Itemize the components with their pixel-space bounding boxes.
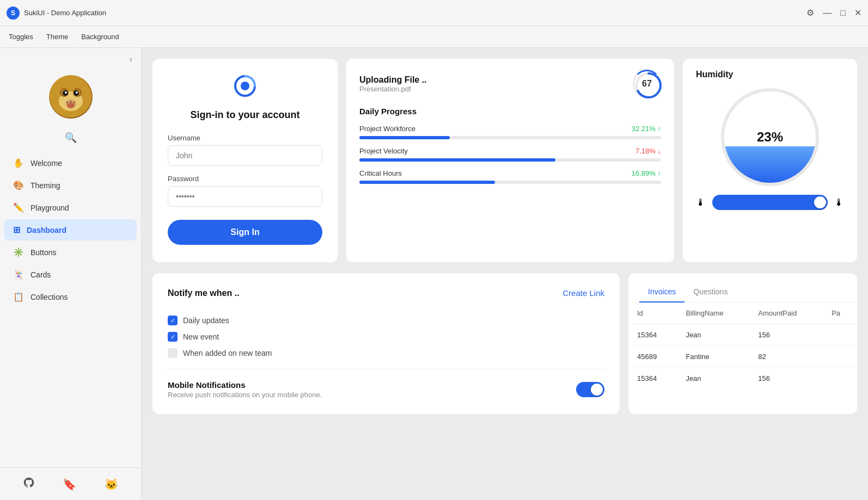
- checkbox-daily-updates-label: Daily updates: [183, 316, 229, 325]
- username-input[interactable]: [168, 145, 322, 166]
- sidebar-collapse-button[interactable]: ‹: [130, 54, 132, 64]
- toggle-thumb: [591, 384, 603, 396]
- progress-item-critical: Critical Hours 16.89% ↑: [359, 169, 661, 184]
- app-title: SukiUI - Demo Application: [24, 9, 106, 17]
- sidebar-item-theming[interactable]: 🎨 Theming: [4, 175, 137, 196]
- tab-invoices[interactable]: Invoices: [639, 282, 684, 303]
- signin-card: Sign-in to your account Username Passwor…: [152, 59, 338, 262]
- cell-pa: [823, 324, 857, 346]
- menu-toggles[interactable]: Toggles: [9, 33, 33, 41]
- mobile-section: Mobile Notifications Receive push notifi…: [168, 369, 604, 399]
- playground-icon: ✏️: [13, 202, 24, 213]
- cell-name: Fantine: [677, 346, 749, 368]
- search-section: 🔍: [0, 127, 141, 152]
- invoices-table-wrapper: Id BillingName AmountPaid Pa 15364 Jean …: [628, 303, 857, 389]
- main-content: Sign-in to your account Username Passwor…: [142, 48, 868, 500]
- sidebar-footer: 🔖 🐱: [0, 467, 141, 500]
- mobile-row: Mobile Notifications Receive push notifi…: [168, 380, 604, 399]
- cell-name: Jean: [677, 324, 749, 346]
- cell-pa: [823, 368, 857, 390]
- signin-button[interactable]: Sign In: [168, 220, 322, 245]
- svg-point-11: [67, 103, 75, 108]
- sidebar-item-label: Playground: [30, 203, 69, 212]
- cell-amount: 82: [749, 346, 823, 368]
- humidity-toggle[interactable]: [712, 195, 828, 210]
- upload-info: Uploading File .. Presentation.pdf: [359, 75, 427, 93]
- svg-point-8: [65, 91, 67, 94]
- progress-label: Project Workforce: [359, 125, 415, 133]
- sidebar-item-label: Cards: [30, 270, 51, 279]
- username-label: Username: [168, 134, 322, 142]
- mobile-notifications-toggle[interactable]: [576, 382, 604, 397]
- humidity-gauge: 23%: [721, 88, 819, 186]
- bookmark-icon[interactable]: 🔖: [63, 478, 76, 491]
- progress-label: Critical Hours: [359, 169, 402, 177]
- cell-name: Jean: [677, 368, 749, 390]
- checkbox-new-team-label: When added on new team: [183, 349, 272, 357]
- menu-theme[interactable]: Theme: [46, 33, 68, 41]
- sidebar-item-collections[interactable]: 📋 Collections: [4, 286, 137, 307]
- cell-pa: [823, 346, 857, 368]
- humidity-title: Humidity: [696, 70, 733, 79]
- menu-bar: Toggles Theme Background: [0, 26, 868, 48]
- mobile-text: Mobile Notifications Receive push notifi…: [168, 380, 322, 399]
- collections-icon: 📋: [13, 292, 24, 302]
- invoices-table: Id BillingName AmountPaid Pa 15364 Jean …: [628, 303, 857, 389]
- checkbox-daily-updates-input[interactable]: ✓: [168, 316, 178, 325]
- col-amountpaid: AmountPaid: [749, 303, 823, 324]
- minimize-icon[interactable]: —: [823, 8, 832, 18]
- github-icon[interactable]: [23, 477, 35, 491]
- progress-value: 16.89% ↑: [632, 169, 661, 177]
- upload-header: Uploading File .. Presentation.pdf 67: [359, 70, 661, 98]
- window-controls: ⚙ — □ ✕: [806, 8, 861, 18]
- signin-logo: [233, 74, 257, 103]
- menu-background[interactable]: Background: [81, 33, 119, 41]
- invoices-tabs: Invoices Questions: [628, 273, 857, 303]
- maximize-icon[interactable]: □: [840, 8, 846, 18]
- avatar: [49, 75, 93, 119]
- username-group: Username: [168, 134, 322, 166]
- col-id: Id: [628, 303, 677, 324]
- sidebar-nav: ✋ Welcome 🎨 Theming ✏️ Playground ⊞ Dash…: [0, 152, 141, 467]
- sidebar-item-label: Buttons: [30, 248, 56, 257]
- cell-amount: 156: [749, 368, 823, 390]
- buttons-icon: ✳️: [13, 247, 24, 257]
- checkbox-new-event-input[interactable]: ✓: [168, 332, 178, 342]
- svg-point-12: [66, 102, 68, 103]
- sidebar-item-buttons[interactable]: ✳️ Buttons: [4, 242, 137, 263]
- close-icon[interactable]: ✕: [854, 8, 861, 18]
- svg-point-14: [70, 101, 71, 103]
- sidebar-item-playground[interactable]: ✏️ Playground: [4, 197, 137, 218]
- search-icon[interactable]: 🔍: [65, 132, 77, 144]
- humidity-value: 23%: [757, 129, 783, 145]
- cat-icon[interactable]: 🐱: [105, 478, 118, 491]
- tab-questions[interactable]: Questions: [684, 282, 736, 303]
- upload-progress-circle: 67: [633, 70, 661, 98]
- password-input[interactable]: [168, 186, 322, 207]
- daily-progress-title: Daily Progress: [359, 107, 661, 116]
- sidebar-item-welcome[interactable]: ✋ Welcome: [4, 152, 137, 174]
- dashboard-icon: ⊞: [13, 225, 20, 235]
- table-row: 45689 Fantine 82: [628, 346, 857, 368]
- thermo-hot-icon: 🌡: [834, 197, 844, 208]
- sidebar-item-dashboard[interactable]: ⊞ Dashboard: [4, 219, 137, 240]
- table-row: 15364 Jean 156: [628, 368, 857, 390]
- create-link-button[interactable]: Create Link: [563, 288, 604, 298]
- mobile-desc: Receive push notifications on your mobil…: [168, 391, 322, 399]
- settings-icon[interactable]: ⚙: [806, 8, 814, 18]
- svg-point-13: [73, 102, 75, 103]
- sidebar-item-label: Theming: [30, 181, 60, 190]
- notify-header-row: Notify me when .. Create Link: [168, 288, 604, 307]
- table-row: 15364 Jean 156: [628, 324, 857, 346]
- checkbox-new-team-input[interactable]: [168, 348, 178, 358]
- checkbox-group: ✓ Daily updates ✓ New event When added o…: [168, 316, 604, 358]
- svg-point-15: [241, 82, 249, 90]
- cell-id: 45689: [628, 346, 677, 368]
- sidebar-item-cards[interactable]: 🃏 Cards: [4, 264, 137, 285]
- progress-item-workforce: Project Workforce 32.21% ↑: [359, 125, 661, 139]
- checkbox-new-team: When added on new team: [168, 348, 604, 358]
- app-body: ‹: [0, 48, 868, 500]
- title-bar-left: S SukiUI - Demo Application: [7, 7, 106, 20]
- password-label: Password: [168, 175, 322, 183]
- app-logo: S: [7, 7, 20, 20]
